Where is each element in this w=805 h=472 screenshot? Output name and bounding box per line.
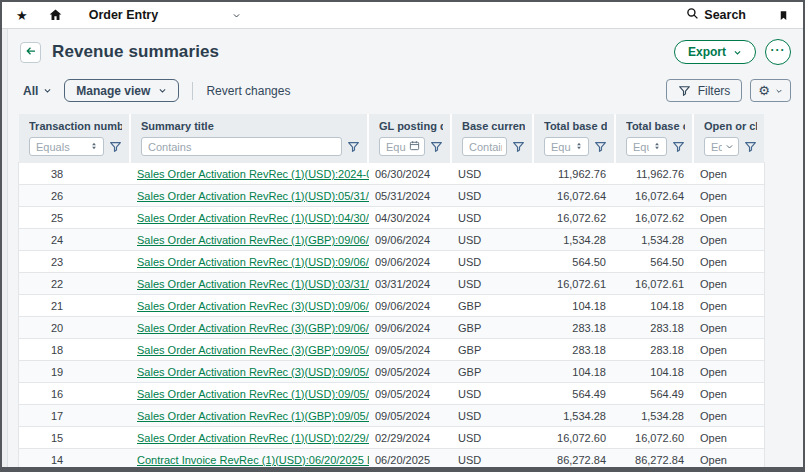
filter-total-base-credit[interactable]: Equals <box>626 137 667 156</box>
base-currency-cell: USD <box>452 388 534 400</box>
calendar-icon <box>409 140 420 153</box>
summary-title-link[interactable]: Sales Order Activation RevRec (1)(USD):0… <box>137 278 369 290</box>
filter-placeholder: Contains <box>469 141 502 153</box>
filter-funnel-icon[interactable] <box>594 140 607 153</box>
column-header-gl-posting-date: GL posting dateEqua <box>369 114 452 163</box>
page-header: Revenue summaries Export ··· <box>20 38 791 66</box>
summary-title-link[interactable]: Sales Order Activation RevRec (1)(USD):2… <box>137 168 369 180</box>
filter-total-base-debit[interactable]: Equals <box>544 137 589 156</box>
filter-funnel-icon[interactable] <box>109 140 122 153</box>
manage-view-label: Manage view <box>76 84 150 98</box>
favorites-star-icon[interactable]: ★ <box>16 9 28 22</box>
toolbar-divider <box>192 82 193 100</box>
total-base-debit-cell: 283.18 <box>534 322 616 334</box>
base-currency-cell: GBP <box>452 344 534 356</box>
filter-funnel-icon[interactable] <box>672 140 685 153</box>
column-header-open-or-closed: Open or closedEquals <box>694 114 764 163</box>
open-or-closed-cell: Open <box>694 410 764 422</box>
total-base-credit-cell: 1,534.28 <box>616 410 694 422</box>
total-base-debit-cell: 1,534.28 <box>534 234 616 246</box>
column-header-summary-title: Summary titleContains <box>131 114 369 163</box>
total-base-debit-cell: 1,534.28 <box>534 410 616 422</box>
search-label: Search <box>704 8 746 22</box>
search-button[interactable]: Search <box>686 6 746 24</box>
export-button[interactable]: Export <box>674 40 756 64</box>
summary-title-cell: Sales Order Activation RevRec (1)(GBP):0… <box>131 410 369 422</box>
home-icon[interactable] <box>48 8 63 22</box>
manage-view-button[interactable]: Manage view <box>64 79 179 102</box>
filter-funnel-icon[interactable] <box>430 140 443 153</box>
grid-settings-button[interactable]: ⚙ <box>750 79 791 102</box>
summary-title-link[interactable]: Contract Invoice RevRec (1)(USD):06/20/2… <box>137 454 369 466</box>
table-row: 20Sales Order Activation RevRec (3)(GBP)… <box>19 317 764 339</box>
column-header-base-currency: Base currencyContains <box>452 114 534 163</box>
revert-changes-link[interactable]: Revert changes <box>206 84 290 98</box>
table-row: 15Sales Order Activation RevRec (1)(USD)… <box>19 427 764 449</box>
gl-posting-date-cell: 09/06/2024 <box>369 256 452 268</box>
total-base-credit-cell: 564.50 <box>616 256 694 268</box>
arrow-left-icon <box>25 45 37 60</box>
open-or-closed-cell: Open <box>694 388 764 400</box>
bookmark-icon[interactable] <box>778 9 789 22</box>
table-row: 23Sales Order Activation RevRec (1)(USD)… <box>19 251 764 273</box>
column-label: Summary title <box>141 120 360 132</box>
filter-funnel-icon[interactable] <box>347 140 360 153</box>
filter-row: Equals <box>29 137 122 156</box>
view-selector-label: All <box>23 84 38 98</box>
summary-title-link[interactable]: Sales Order Activation RevRec (3)(USD):0… <box>137 300 369 312</box>
open-or-closed-cell: Open <box>694 212 764 224</box>
summary-title-cell: Sales Order Activation RevRec (1)(USD):0… <box>131 256 369 268</box>
summary-title-link[interactable]: Sales Order Activation RevRec (1)(USD):0… <box>137 212 369 224</box>
view-selector[interactable]: All <box>23 84 52 98</box>
app-switcher-label: Order Entry <box>89 8 158 22</box>
total-base-credit-cell: 16,072.62 <box>616 212 694 224</box>
filter-gl-posting-date[interactable]: Equa <box>379 137 425 156</box>
summary-title-link[interactable]: Sales Order Activation RevRec (3)(GBP):0… <box>137 344 369 356</box>
summary-title-link[interactable]: Sales Order Activation RevRec (1)(GBP):0… <box>137 410 369 422</box>
open-or-closed-cell: Open <box>694 190 764 202</box>
column-header-total-base-debit: Total base debitEquals <box>534 114 616 163</box>
summary-title-cell: Sales Order Activation RevRec (3)(USD):0… <box>131 366 369 378</box>
open-or-closed-cell: Open <box>694 454 764 466</box>
summary-title-link[interactable]: Sales Order Activation RevRec (1)(USD):0… <box>137 432 369 444</box>
table-row: 14Contract Invoice RevRec (1)(USD):06/20… <box>19 449 764 471</box>
back-button[interactable] <box>20 42 41 63</box>
base-currency-cell: USD <box>452 256 534 268</box>
summary-title-link[interactable]: Sales Order Activation RevRec (3)(USD):0… <box>137 366 369 378</box>
table-row: 38Sales Order Activation RevRec (1)(USD)… <box>19 163 764 185</box>
summary-title-link[interactable]: Sales Order Activation RevRec (1)(USD):0… <box>137 256 369 268</box>
filter-row: Equals <box>626 137 685 156</box>
open-or-closed-cell: Open <box>694 300 764 312</box>
app-window: ★ Order Entry Search <box>0 0 805 472</box>
gl-posting-date-cell: 09/05/2024 <box>369 410 452 422</box>
summary-title-link[interactable]: Sales Order Activation RevRec (1)(GBP):0… <box>137 234 369 246</box>
summary-title-link[interactable]: Sales Order Activation RevRec (1)(USD):0… <box>137 190 369 202</box>
total-base-debit-cell: 564.50 <box>534 256 616 268</box>
filter-funnel-icon[interactable] <box>512 140 525 153</box>
ellipsis-icon: ··· <box>771 43 786 57</box>
gl-posting-date-cell: 09/05/2024 <box>369 344 452 356</box>
chevron-down-icon <box>43 86 52 95</box>
app-switcher[interactable]: Order Entry <box>89 8 241 22</box>
chevron-down-icon <box>232 11 241 20</box>
filter-open-or-closed[interactable]: Equals <box>704 137 739 156</box>
filter-base-currency[interactable]: Contains <box>462 137 507 156</box>
filter-placeholder: Equa <box>386 141 406 153</box>
transaction-number-cell: 18 <box>19 344 131 356</box>
filter-funnel-icon[interactable] <box>744 140 757 153</box>
gl-posting-date-cell: 09/05/2024 <box>369 388 452 400</box>
filter-row: Contains <box>462 137 525 156</box>
filter-transaction-number[interactable]: Equals <box>29 137 104 156</box>
transaction-number-cell: 22 <box>19 278 131 290</box>
total-base-credit-cell: 104.18 <box>616 300 694 312</box>
filters-button[interactable]: Filters <box>666 79 743 102</box>
transaction-number-cell: 24 <box>19 234 131 246</box>
summary-title-link[interactable]: Sales Order Activation RevRec (1)(USD):0… <box>137 388 369 400</box>
summary-title-link[interactable]: Sales Order Activation RevRec (3)(GBP):0… <box>137 322 369 334</box>
summary-title-cell: Sales Order Activation RevRec (1)(GBP):0… <box>131 234 369 246</box>
filter-summary-title[interactable]: Contains <box>141 137 342 156</box>
table-row: 19Sales Order Activation RevRec (3)(USD)… <box>19 361 764 383</box>
more-actions-button[interactable]: ··· <box>765 39 791 65</box>
base-currency-cell: USD <box>452 432 534 444</box>
base-currency-cell: USD <box>452 278 534 290</box>
